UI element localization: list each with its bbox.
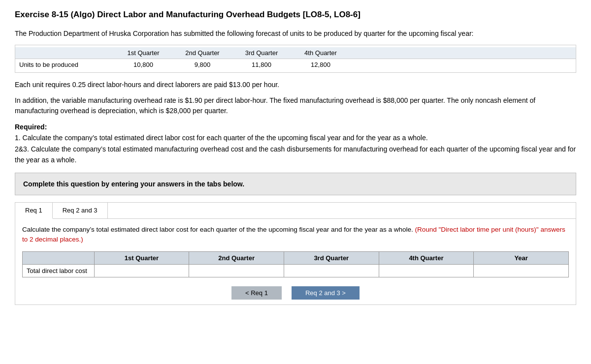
forecast-val-q3: 11,800	[232, 59, 291, 70]
input-cell-q4[interactable]	[379, 265, 474, 277]
forecast-col-label	[15, 47, 114, 59]
table-header-row: 1st Quarter 2nd Quarter 3rd Quarter 4th …	[23, 252, 569, 265]
col-header-label	[23, 252, 95, 265]
forecast-col-q3: 3rd Quarter	[232, 47, 291, 59]
forecast-val-q4: 12,800	[291, 59, 350, 70]
req1-text: 1. Calculate the company’s total estimat…	[15, 134, 428, 142]
para1: Each unit requires 0.25 direct labor-hou…	[15, 80, 576, 91]
tab1-desc-text: Calculate the company’s total estimated …	[22, 226, 413, 233]
col-header-year: Year	[474, 252, 569, 265]
tabs-container: Req 1 Req 2 and 3 Calculate the company’…	[15, 202, 576, 305]
page-title: Exercise 8-15 (Algo) Direct Labor and Ma…	[15, 10, 576, 20]
col-header-q1: 1st Quarter	[94, 252, 189, 265]
input-q2[interactable]	[189, 265, 284, 277]
input-q3[interactable]	[284, 265, 379, 277]
forecast-header-row: 1st Quarter 2nd Quarter 3rd Quarter 4th …	[15, 47, 576, 59]
forecast-val-q1: 10,800	[114, 59, 173, 70]
tabs-row: Req 1 Req 2 and 3	[15, 203, 576, 219]
input-cell-q2[interactable]	[189, 265, 284, 277]
col-header-q3: 3rd Quarter	[284, 252, 379, 265]
nav-buttons-row: < Req 1 Req 2 and 3 >	[22, 282, 569, 304]
input-q4[interactable]	[379, 265, 474, 277]
forecast-data-row: Units to be produced 10,800 9,800 11,800…	[15, 59, 576, 70]
nav-right-button[interactable]: Req 2 and 3 >	[292, 286, 360, 300]
para2: In addition, the variable manufacturing …	[15, 95, 576, 117]
input-cell-q3[interactable]	[284, 265, 379, 277]
forecast-val-q2: 9,800	[173, 59, 232, 70]
forecast-table-wrapper: 1st Quarter 2nd Quarter 3rd Quarter 4th …	[15, 45, 576, 73]
intro-paragraph: The Production Department of Hruska Corp…	[15, 29, 576, 39]
required-section: Required: 1. Calculate the company’s tot…	[15, 121, 576, 166]
complete-box: Complete this question by entering your …	[15, 173, 576, 195]
direct-labor-table: 1st Quarter 2nd Quarter 3rd Quarter 4th …	[22, 251, 569, 277]
input-cell-q1[interactable]	[94, 265, 189, 277]
input-year[interactable]	[474, 265, 568, 277]
req2-text: 2&3. Calculate the company’s total estim…	[15, 145, 576, 164]
tab-req2[interactable]: Req 2 and 3	[53, 203, 108, 218]
tab1-description: Calculate the company’s total estimated …	[22, 225, 569, 245]
table-row: Total direct labor cost	[23, 265, 569, 277]
row-label-total: Total direct labor cost	[23, 265, 95, 277]
col-header-q4: 4th Quarter	[379, 252, 474, 265]
tab1-content: Calculate the company’s total estimated …	[15, 219, 576, 305]
col-header-q2: 2nd Quarter	[189, 252, 284, 265]
input-cell-year[interactable]	[474, 265, 569, 277]
forecast-col-q4: 4th Quarter	[291, 47, 350, 59]
forecast-col-q1: 1st Quarter	[114, 47, 173, 59]
input-q1[interactable]	[95, 265, 189, 277]
required-label: Required:	[15, 123, 47, 131]
nav-left-button[interactable]: < Req 1	[231, 286, 282, 300]
tab-req1[interactable]: Req 1	[15, 203, 53, 219]
forecast-row-label: Units to be produced	[15, 59, 114, 70]
forecast-col-q2: 2nd Quarter	[173, 47, 232, 59]
